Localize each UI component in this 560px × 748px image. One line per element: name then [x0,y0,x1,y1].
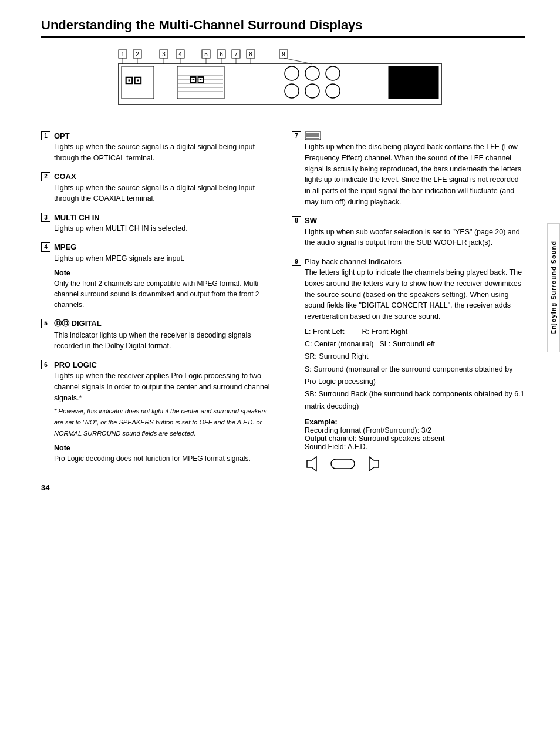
section-7-number: 7 [292,131,301,140]
svg-rect-34 [389,66,438,99]
section-6-footnote: * However, this indicator does not light… [54,406,274,439]
svg-point-31 [285,84,299,98]
channel-sb: SB: Surround Back (the surround back com… [305,390,525,410]
section-2-header: 2 COAX [41,172,274,181]
section-9-channels: L: Front Left R: Front Right C: Center (… [305,326,525,413]
section-8: 8 SW Lights up when sub woofer selection… [292,216,525,249]
section-2-label: COAX [54,172,76,181]
section-6: 6 PRO LOGIC Lights up when the receiver … [41,360,274,464]
svg-text:⊡⊡: ⊡⊡ [124,75,142,86]
example-label: Example: [305,418,525,426]
diagram-svg: 1 2 3 4 5 6 7 8 9 [113,49,453,113]
content-columns: 1 OPT Lights up when the source signal i… [41,131,525,480]
left-column: 1 OPT Lights up when the source signal i… [41,131,274,480]
section-1: 1 OPT Lights up when the source signal i… [41,131,274,164]
section-6-body: Lights up when the receiver applies Pro … [54,370,274,403]
svg-text:5: 5 [204,51,208,58]
channel-row-2: C: Center (monaural) SL: SurroundLeft [305,338,525,351]
section-3-number: 3 [41,213,50,222]
svg-text:3: 3 [162,51,166,58]
section-9: 9 Play back channel indicators The lette… [292,257,525,472]
section-6-note: Note Pro Logic decoding does not functio… [54,444,274,464]
lfe-bars-icon [305,131,321,140]
section-8-body: Lights up when sub woofer selection is s… [305,227,525,249]
channel-row-3: SR: Surround Right [305,351,525,363]
section-9-header: 9 Play back channel indicators [292,257,525,266]
section-5: 5 ⒹⒹ DIGITAL This indicator lights up wh… [41,318,274,352]
svg-text:9: 9 [282,51,285,58]
channel-l: L: Front Left [305,326,344,338]
section-5-number: 5 [41,319,50,328]
section-6-label: PRO LOGIC [54,360,97,369]
section-1-label: OPT [54,132,70,140]
section-3-label: MULTI CH IN [54,213,100,222]
svg-point-29 [305,66,319,80]
section-1-number: 1 [41,131,50,140]
channel-s: S: Surround (monaural or the surround co… [305,365,512,386]
section-4-header: 4 MPEG [41,242,274,252]
side-tab-label: Enjoying Surround Sound [550,241,557,334]
example-line-2: Output channel: Surround speakers absent [305,434,525,443]
section-4-note: Note Only the front 2 channels are compa… [54,269,274,310]
section-5-header: 5 ⒹⒹ DIGITAL [41,318,274,329]
section-8-header: 8 SW [292,216,525,225]
page-title: Understanding the Multi-Channel Surround… [41,18,525,38]
section-8-label: SW [305,216,317,225]
section-7: 7 Lights up when the disc being played b… [292,131,525,208]
section-4-number: 4 [41,242,50,252]
section-6-note-label: Note [54,444,274,452]
section-8-number: 8 [292,216,301,225]
section-1-body: Lights up when the source signal is a di… [54,141,274,164]
svg-point-33 [326,84,340,98]
section-6-number: 6 [41,360,50,369]
speaker-icon-left [305,456,325,472]
section-4-note-text: Only the front 2 channels are compatible… [54,278,274,310]
svg-point-28 [285,66,299,80]
section-3: 3 MULTI CH IN Lights up when MULTI CH IN… [41,213,274,234]
section-6-header: 6 PRO LOGIC [41,360,274,369]
svg-text:⊡⊡: ⊡⊡ [189,75,204,85]
channel-c: C: Center (monaural) [305,338,373,351]
section-4-note-label: Note [54,269,274,277]
svg-point-32 [305,84,319,98]
section-9-body: The letters light up to indicate the cha… [305,267,525,322]
section-7-body: Lights up when the disc being played bac… [305,141,525,208]
section-4: 4 MPEG Lights up when MPEG signals are i… [41,242,274,310]
channel-sl: SL: SurroundLeft [379,338,435,351]
svg-point-30 [326,66,340,80]
example-line-1: Recording format (Front/Surround): 3/2 [305,426,525,434]
section-9-number: 9 [292,257,301,266]
svg-text:8: 8 [249,51,252,58]
page-number: 34 [41,483,49,492]
section-3-header: 3 MULTI CH IN [41,213,274,222]
example-line-3: Sound Field: A.F.D. [305,443,525,451]
section-7-header: 7 [292,131,525,140]
channel-row-1: L: Front Left R: Front Right [305,326,525,338]
section-2: 2 COAX Lights up when the source signal … [41,172,274,205]
channel-r: R: Front Right [362,326,407,338]
diagram-area: 1 2 3 4 5 6 7 8 9 [113,49,453,119]
page-container: Enjoying Surround Sound Understanding th… [0,0,560,504]
section-5-body: This indicator lights up when the receiv… [54,330,274,352]
section-9-label: Play back channel indicators [305,257,402,266]
speaker-icon-center [328,456,357,472]
svg-text:2: 2 [136,51,139,58]
section-3-body: Lights up when MULTI CH IN is selected. [54,223,274,234]
channel-row-4: S: Surround (monaural or the surround co… [305,363,525,389]
section-4-label: MPEG [54,242,76,251]
section-2-number: 2 [41,172,50,181]
section-9-example: Example: Recording format (Front/Surroun… [305,418,525,451]
right-column: 7 Lights up when the disc being played b… [292,131,525,480]
section-6-note-text: Pro Logic decoding does not function for… [54,453,274,464]
channel-row-5: SB: Surround Back (the surround back com… [305,388,525,413]
svg-rect-49 [331,459,355,469]
svg-text:1: 1 [121,51,124,58]
section-1-header: 1 OPT [41,131,274,140]
section-5-label: ⒹⒹ DIGITAL [54,318,102,329]
channel-sr: SR: Surround Right [305,352,368,360]
svg-text:4: 4 [178,51,182,58]
speaker-icon-right [360,456,381,472]
side-tab: Enjoying Surround Sound [547,223,560,352]
svg-text:6: 6 [220,51,223,58]
svg-text:7: 7 [234,51,238,58]
